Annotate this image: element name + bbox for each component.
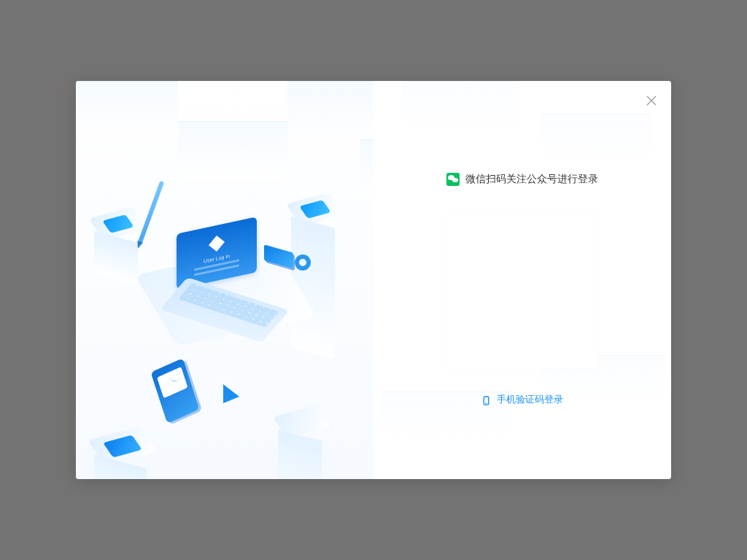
laptop-icon: User Log in [177, 225, 276, 330]
login-modal: User Log in [76, 81, 671, 479]
decorative-block [287, 81, 374, 147]
phone-illustration-icon [151, 358, 200, 424]
pillar-icon [293, 196, 337, 354]
qr-code-placeholder [446, 215, 599, 368]
decorative-block [541, 114, 651, 165]
pillar-icon [280, 409, 324, 479]
login-title: 微信扫码关注公众号进行登录 [465, 173, 598, 186]
decorative-block [403, 81, 519, 132]
app-logo-icon [209, 234, 225, 254]
phone-icon [481, 395, 491, 405]
decorative-block [360, 139, 374, 198]
decorative-block [76, 81, 178, 139]
decorative-block [178, 121, 287, 179]
wechat-icon [446, 173, 460, 186]
close-icon [645, 94, 658, 107]
login-panel: 微信扫码关注公众号进行登录 手机验证码登录 [374, 81, 671, 479]
play-triangle-icon [223, 384, 239, 406]
phone-login-link[interactable]: 手机验证码登录 [481, 393, 563, 406]
pillar-icon [96, 211, 140, 279]
phone-login-label: 手机验证码登录 [497, 393, 563, 406]
isometric-illustration: User Log in [90, 183, 360, 460]
login-title-row: 微信扫码关注公众号进行登录 [446, 173, 598, 186]
key-icon [295, 254, 311, 271]
close-button[interactable] [645, 94, 658, 107]
pen-icon [138, 181, 164, 244]
pillar-icon [96, 431, 149, 479]
illustration-panel: User Log in [76, 81, 374, 479]
